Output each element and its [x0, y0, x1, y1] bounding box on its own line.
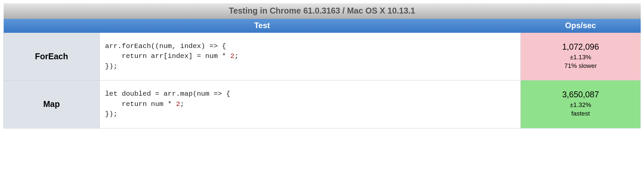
- ops-result: 1,072,096 ±1.13% 71% slower: [520, 33, 640, 80]
- ops-margin: ±1.13%: [523, 54, 638, 61]
- ops-margin: ±1.32%: [523, 101, 638, 109]
- column-header-ops: Ops/sec: [520, 19, 640, 33]
- table-title: Testing in Chrome 61.0.3163 / Mac OS X 1…: [4, 3, 641, 19]
- ops-status: fastest: [523, 110, 638, 117]
- table-row: ForEach arr.forEach((num, index) => { re…: [4, 33, 641, 80]
- test-name: Map: [4, 80, 100, 128]
- ops-result: 3,650,087 ±1.32% fastest: [520, 80, 640, 128]
- ops-value: 1,072,096: [523, 42, 638, 52]
- benchmark-table: Testing in Chrome 61.0.3163 / Mac OS X 1…: [3, 3, 641, 128]
- test-code: arr.forEach((num, index) => { return arr…: [100, 33, 521, 80]
- ops-status: 71% slower: [523, 62, 638, 70]
- test-code: let doubled = arr.map(num => { return nu…: [100, 80, 521, 128]
- test-name: ForEach: [4, 33, 100, 80]
- table-row: Map let doubled = arr.map(num => { retur…: [4, 80, 641, 128]
- column-header-test: Test: [4, 19, 521, 33]
- ops-value: 3,650,087: [523, 90, 638, 99]
